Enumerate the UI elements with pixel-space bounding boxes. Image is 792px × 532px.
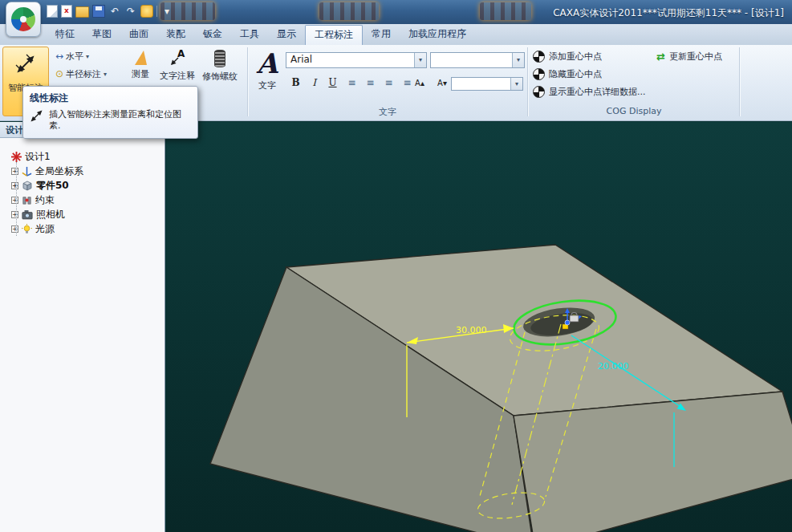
light-source-icon xyxy=(22,224,32,234)
viewport-3d[interactable]: 30.000 20.000 xyxy=(166,122,792,532)
quick-access-toolbar: x ↶ ↷ ▾ xyxy=(47,5,173,18)
tree-item-part50[interactable]: + 零件50 xyxy=(0,178,164,193)
tab-features[interactable]: 特征 xyxy=(47,24,83,45)
add-cog-midpoint-button[interactable]: 添加重心中点 xyxy=(533,50,602,63)
part-icon xyxy=(22,180,33,191)
expand-icon[interactable]: + xyxy=(11,168,18,175)
bold-button[interactable]: B xyxy=(287,75,304,91)
group-separator xyxy=(527,47,528,116)
tree-item-global-coords[interactable]: + 全局坐标系 xyxy=(0,164,164,178)
tooltip-body: 插入智能标注来测量距离和定位图素. xyxy=(49,109,184,132)
hide-cog-midpoint-label: 隐藏重心中点 xyxy=(549,68,602,80)
font-size-select[interactable]: ▾ xyxy=(430,52,525,68)
background-window-fragment xyxy=(319,2,379,20)
text-annotation-button[interactable]: A 文字注释 xyxy=(157,48,197,82)
underline-button[interactable]: U xyxy=(324,75,341,91)
undo-icon[interactable]: ↶ xyxy=(108,5,121,18)
camera-icon xyxy=(22,209,33,220)
svg-text:A: A xyxy=(177,48,185,59)
window-title: CAXA实体设计2011***试用期还剩11天*** - [设计1] xyxy=(553,6,784,20)
tab-common[interactable]: 常用 xyxy=(363,24,400,45)
tree-item-label: 全局坐标系 xyxy=(35,164,83,178)
font-family-value: Arial xyxy=(290,54,312,65)
text-style-select[interactable]: ▾ xyxy=(451,77,523,91)
show-cog-details-label: 显示重心中点详细数据... xyxy=(549,86,646,98)
expand-icon[interactable]: + xyxy=(11,197,18,204)
caxa-app-window: { "window": { "title": "CAXA实体设计2011***试… xyxy=(0,0,792,532)
expand-icon[interactable]: + xyxy=(11,182,18,189)
horizontal-dimension-button[interactable]: ↔ 水平 ▾ xyxy=(53,49,91,63)
cog-icon xyxy=(533,51,545,63)
tab-sketch[interactable]: 草图 xyxy=(83,24,120,45)
text-group-label: 文字 xyxy=(249,106,526,118)
tree-item-constraints[interactable]: + 约束 xyxy=(0,193,164,207)
horizontal-dimension-label: 水平 xyxy=(66,51,83,63)
lock-icon xyxy=(570,315,579,322)
text-annotation-label: 文字注释 xyxy=(160,70,195,82)
tab-addins[interactable]: 加载应用程序 xyxy=(400,24,475,45)
chevron-down-icon: ▾ xyxy=(510,78,522,90)
tree-guide-line xyxy=(16,162,17,236)
open-file-icon[interactable] xyxy=(75,6,89,18)
group-separator xyxy=(247,47,248,116)
dimension-width-value: 30.000 xyxy=(456,325,487,335)
tab-assembly[interactable]: 装配 xyxy=(157,24,194,45)
tree-item-light[interactable]: + 光源 xyxy=(0,221,164,236)
smart-dimension-icon xyxy=(15,54,36,75)
constraint-icon xyxy=(22,195,32,205)
save-icon[interactable] xyxy=(92,5,105,18)
cog-group-label: COG Display xyxy=(530,106,738,116)
tooltip-linear-dimension: 线性标注 插入智能标注来测量距离和定位图素. xyxy=(22,86,198,139)
radius-dimension-button[interactable]: ⊙ 半径标注 ▾ xyxy=(53,67,109,81)
chevron-down-icon: ▾ xyxy=(414,53,426,67)
horizontal-dimension-icon: ↔ xyxy=(55,51,63,62)
close-sketch-icon[interactable]: x xyxy=(61,5,72,18)
update-cog-midpoint-label: 更新重心中点 xyxy=(669,51,722,63)
dimension-height-value: 20.000 xyxy=(598,361,629,372)
render-icon[interactable] xyxy=(140,5,153,18)
tree-item-camera[interactable]: + 照相机 xyxy=(0,207,164,221)
measure-triangle-icon xyxy=(135,51,147,65)
tab-engineering-annotation[interactable]: 工程标注 xyxy=(305,25,363,45)
tab-surface[interactable]: 曲面 xyxy=(120,24,157,45)
text-tool-button[interactable]: A 文字 xyxy=(252,47,282,100)
align-center-icon[interactable]: ≡ xyxy=(362,75,379,91)
expand-icon[interactable]: + xyxy=(11,211,18,218)
align-left-icon[interactable]: ≡ xyxy=(343,75,360,91)
tree-item-label: 设计1 xyxy=(25,150,51,164)
tab-sheetmetal[interactable]: 钣金 xyxy=(194,24,231,45)
chevron-down-icon: ▾ xyxy=(512,53,524,67)
caxa-logo-icon xyxy=(11,7,35,31)
app-menu-button[interactable] xyxy=(6,2,41,37)
ribbon-tab-bar: 特征 草图 曲面 装配 钣金 工具 显示 工程标注 常用 加载应用程序 xyxy=(0,24,792,45)
measure-button[interactable]: 测量 xyxy=(125,48,156,80)
font-format-toolbar: B I U xyxy=(287,75,341,90)
decrease-font-button[interactable]: A▾ xyxy=(432,75,453,91)
italic-button[interactable]: I xyxy=(306,75,323,91)
font-family-select[interactable]: Arial ▾ xyxy=(286,52,427,68)
add-cog-midpoint-label: 添加重心中点 xyxy=(549,51,602,63)
tab-display[interactable]: 显示 xyxy=(268,24,305,45)
background-window-fragment xyxy=(160,2,215,20)
tab-tools[interactable]: 工具 xyxy=(231,24,268,45)
cosmetic-thread-button[interactable]: 修饰螺纹 xyxy=(199,48,241,83)
design-root-icon xyxy=(11,152,22,162)
align-right-icon[interactable]: ≡ xyxy=(380,75,397,91)
update-cog-midpoint-button[interactable]: ⇄ 更新重心中点 xyxy=(656,50,722,63)
smart-dimension-icon xyxy=(30,109,43,123)
font-size-step-toolbar: A▴ A▾ xyxy=(409,75,453,90)
expand-icon[interactable]: + xyxy=(11,225,18,233)
paragraph-align-toolbar: ≡ ≡ ≡ ≡ xyxy=(343,75,416,90)
increase-font-button[interactable]: A▴ xyxy=(409,75,430,91)
tree-item-design1[interactable]: 设计1 xyxy=(0,149,164,164)
redo-icon[interactable]: ↷ xyxy=(124,5,137,18)
show-cog-details-button[interactable]: 显示重心中点详细数据... xyxy=(533,85,646,98)
hide-cog-midpoint-button[interactable]: 隐藏重心中点 xyxy=(533,67,602,80)
measure-label: 测量 xyxy=(132,68,149,80)
cog-icon xyxy=(533,68,545,80)
cosmetic-thread-label: 修饰螺纹 xyxy=(202,71,238,83)
chevron-down-icon: ▾ xyxy=(104,71,107,78)
tree-item-label: 约束 xyxy=(35,193,55,207)
new-document-icon[interactable] xyxy=(47,5,58,18)
cosmetic-thread-icon xyxy=(214,50,225,67)
